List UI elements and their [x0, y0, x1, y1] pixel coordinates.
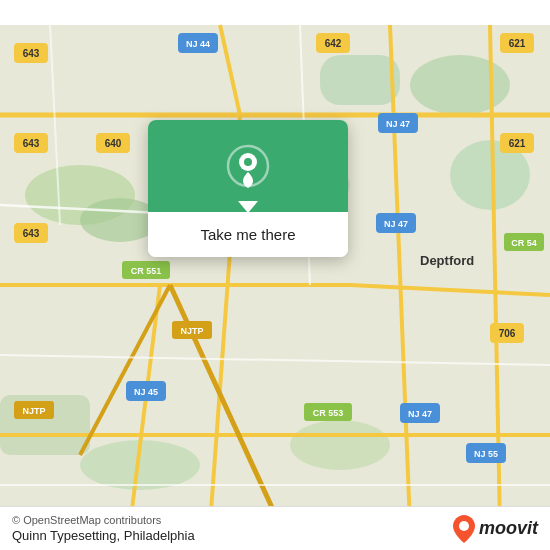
svg-text:643: 643 [23, 228, 40, 239]
moovit-logo: moovit [453, 515, 538, 543]
svg-point-68 [459, 521, 469, 531]
bottom-bar: © OpenStreetMap contributors Quinn Types… [0, 506, 550, 550]
popup-card: Take me there [148, 120, 348, 257]
svg-text:CR 553: CR 553 [313, 408, 344, 418]
svg-text:NJTP: NJTP [180, 326, 203, 336]
svg-text:643: 643 [23, 48, 40, 59]
svg-text:NJ 44: NJ 44 [186, 39, 210, 49]
moovit-pin-icon [453, 515, 475, 543]
attribution-text: © OpenStreetMap contributors [12, 514, 195, 526]
popup-button-area[interactable]: Take me there [148, 212, 348, 257]
svg-text:NJ 47: NJ 47 [408, 409, 432, 419]
svg-text:621: 621 [509, 38, 526, 49]
svg-text:NJ 47: NJ 47 [384, 219, 408, 229]
take-me-there-button[interactable]: Take me there [200, 222, 295, 247]
map-container: 643 643 643 621 621 642 640 NJ 44 NJ 47 … [0, 0, 550, 550]
svg-text:NJTP: NJTP [22, 406, 45, 416]
location-pin-icon [226, 144, 270, 188]
svg-text:642: 642 [325, 38, 342, 49]
svg-text:640: 640 [105, 138, 122, 149]
svg-rect-3 [320, 55, 400, 105]
svg-text:NJ 55: NJ 55 [474, 449, 498, 459]
map-svg: 643 643 643 621 621 642 640 NJ 44 NJ 47 … [0, 0, 550, 550]
svg-text:NJ 45: NJ 45 [134, 387, 158, 397]
svg-text:CR 54: CR 54 [511, 238, 537, 248]
popup-header [148, 120, 348, 212]
svg-text:NJ 47: NJ 47 [386, 119, 410, 129]
svg-text:CR 551: CR 551 [131, 266, 162, 276]
svg-point-7 [290, 420, 390, 470]
svg-point-4 [410, 55, 510, 115]
svg-text:643: 643 [23, 138, 40, 149]
svg-point-67 [244, 158, 252, 166]
moovit-brand-text: moovit [479, 518, 538, 539]
location-title: Quinn Typesetting, Philadelphia [12, 528, 195, 543]
svg-text:621: 621 [509, 138, 526, 149]
svg-text:706: 706 [499, 328, 516, 339]
svg-text:Deptford: Deptford [420, 253, 474, 268]
